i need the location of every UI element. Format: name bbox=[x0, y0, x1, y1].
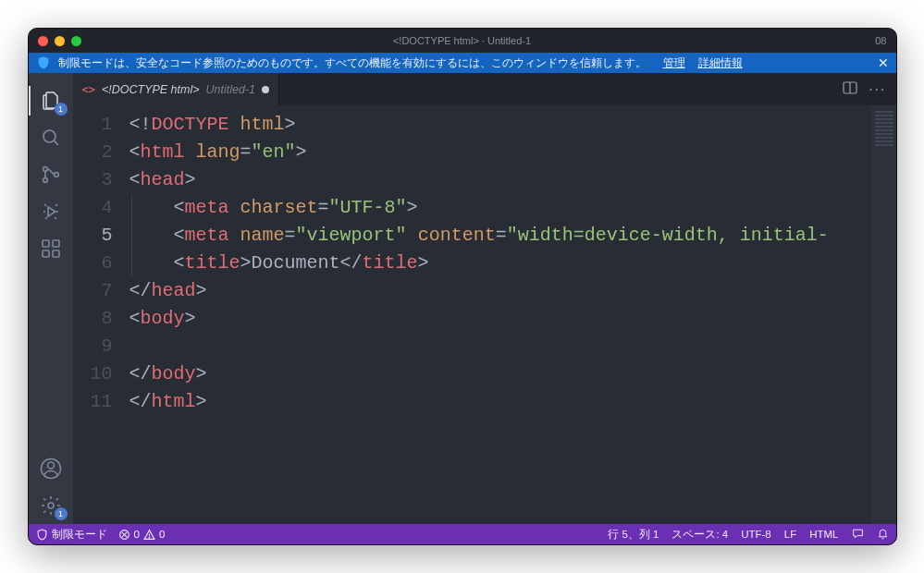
svg-point-9 bbox=[54, 173, 58, 177]
svg-point-5 bbox=[43, 130, 55, 142]
banner-details-link[interactable]: 詳細情報 bbox=[698, 55, 743, 71]
line-number: 5 bbox=[73, 222, 113, 250]
minimize-window-button[interactable] bbox=[55, 36, 65, 46]
shield-icon bbox=[36, 55, 51, 70]
svg-rect-14 bbox=[53, 240, 59, 247]
line-number: 4 bbox=[73, 194, 113, 222]
banner-message: 制限モードは、安全なコード参照のためのものです。すべての機能を有効にするには、こ… bbox=[58, 55, 647, 71]
tab-bar: <> <!DOCTYPE html> Untitled-1 ··· bbox=[73, 73, 896, 105]
line-number: 10 bbox=[73, 360, 113, 388]
code-line[interactable]: <meta charset="UTF-8"> bbox=[124, 194, 870, 222]
split-editor-icon[interactable] bbox=[843, 80, 857, 99]
extensions-icon[interactable] bbox=[29, 230, 73, 267]
unsaved-indicator bbox=[262, 86, 269, 93]
notifications-bell-icon[interactable] bbox=[877, 528, 889, 542]
line-number-gutter: 1234567891011 bbox=[73, 105, 124, 524]
status-encoding[interactable]: UTF-8 bbox=[741, 529, 771, 540]
code-line[interactable]: <!DOCTYPE html> bbox=[124, 111, 870, 139]
explorer-icon[interactable]: 1 bbox=[29, 82, 73, 119]
status-warnings-count: 0 bbox=[159, 529, 165, 540]
code-line[interactable]: <body> bbox=[124, 305, 870, 333]
svg-marker-10 bbox=[48, 207, 55, 216]
line-number: 8 bbox=[73, 305, 113, 333]
zoom-window-button[interactable] bbox=[71, 36, 81, 46]
editor-actions: ··· bbox=[843, 73, 895, 105]
status-bar: 制限モード 0 0 行 5、列 1 スペース: 4 UTF-8 LF HTML bbox=[29, 524, 896, 544]
explorer-badge: 1 bbox=[55, 103, 68, 116]
status-restricted-label: 制限モード bbox=[52, 528, 107, 542]
svg-line-6 bbox=[54, 140, 58, 145]
svg-point-15 bbox=[47, 462, 54, 469]
minimap[interactable] bbox=[870, 105, 896, 524]
restricted-mode-banner: 制限モードは、安全なコード参照のためのものです。すべての機能を有効にするには、こ… bbox=[29, 53, 896, 73]
tab-suffix: Untitled-1 bbox=[206, 83, 256, 96]
source-control-icon[interactable] bbox=[29, 156, 73, 193]
line-number: 11 bbox=[73, 388, 113, 416]
svg-point-7 bbox=[43, 167, 47, 172]
editor-tab[interactable]: <> <!DOCTYPE html> Untitled-1 bbox=[73, 73, 280, 105]
line-number: 7 bbox=[73, 277, 113, 305]
line-number: 6 bbox=[73, 250, 113, 277]
tab-name: <!DOCTYPE html> bbox=[102, 83, 200, 96]
line-number: 1 bbox=[73, 111, 113, 139]
status-restricted-mode[interactable]: 制限モード bbox=[36, 528, 107, 542]
mac-titlebar: <!DOCTYPE html> · Untitled-1 08 bbox=[29, 29, 896, 53]
search-icon[interactable] bbox=[29, 119, 73, 156]
layout-number-label: 08 bbox=[875, 35, 886, 46]
line-number: 3 bbox=[73, 166, 113, 194]
status-problems[interactable]: 0 0 bbox=[118, 529, 166, 541]
code-line[interactable]: <meta name="viewport" content="width=dev… bbox=[124, 222, 870, 250]
close-window-button[interactable] bbox=[38, 36, 48, 46]
svg-point-17 bbox=[48, 503, 54, 508]
run-debug-icon[interactable] bbox=[29, 193, 73, 230]
status-cursor-position[interactable]: 行 5、列 1 bbox=[608, 528, 659, 542]
more-actions-icon[interactable]: ··· bbox=[869, 81, 886, 98]
settings-badge: 1 bbox=[55, 507, 68, 520]
code-line[interactable]: <html lang="en"> bbox=[124, 139, 870, 166]
window-title: <!DOCTYPE html> · Untitled-1 bbox=[29, 35, 896, 46]
line-number: 9 bbox=[73, 333, 113, 360]
code-editor[interactable]: 1234567891011 <!DOCTYPE html><html lang=… bbox=[73, 105, 896, 524]
svg-point-24 bbox=[149, 537, 150, 538]
editor-area: <> <!DOCTYPE html> Untitled-1 ··· 123456… bbox=[73, 73, 896, 524]
feedback-icon[interactable] bbox=[852, 528, 864, 542]
status-language[interactable]: HTML bbox=[809, 529, 838, 540]
svg-rect-11 bbox=[43, 240, 49, 247]
status-indent[interactable]: スペース: 4 bbox=[671, 528, 728, 542]
settings-gear-icon[interactable]: 1 bbox=[29, 487, 73, 524]
code-line[interactable] bbox=[124, 333, 870, 360]
banner-manage-link[interactable]: 管理 bbox=[663, 55, 685, 71]
code-line[interactable]: </body> bbox=[124, 360, 870, 388]
svg-rect-12 bbox=[43, 250, 49, 257]
code-line[interactable]: <title>Document</title> bbox=[124, 250, 870, 277]
html-file-icon: <> bbox=[82, 83, 95, 96]
status-eol[interactable]: LF bbox=[784, 529, 796, 540]
status-errors-count: 0 bbox=[134, 529, 140, 540]
line-number: 2 bbox=[73, 139, 113, 166]
traffic-lights bbox=[29, 36, 81, 46]
svg-rect-13 bbox=[53, 250, 59, 257]
banner-close-button[interactable]: ✕ bbox=[878, 55, 889, 70]
code-line[interactable]: </html> bbox=[124, 388, 870, 416]
activity-bar: 1 1 bbox=[29, 73, 73, 524]
svg-point-8 bbox=[43, 178, 47, 183]
accounts-icon[interactable] bbox=[29, 450, 73, 487]
titlebar-right-controls: 08 bbox=[860, 35, 895, 46]
code-line[interactable]: </head> bbox=[124, 277, 870, 305]
minimap-viewport bbox=[875, 111, 893, 148]
code-line[interactable]: <head> bbox=[124, 166, 870, 194]
app-window: <!DOCTYPE html> · Untitled-1 08 制限モードは、安… bbox=[28, 28, 897, 545]
code-content[interactable]: <!DOCTYPE html><html lang="en"><head> <m… bbox=[124, 105, 870, 524]
